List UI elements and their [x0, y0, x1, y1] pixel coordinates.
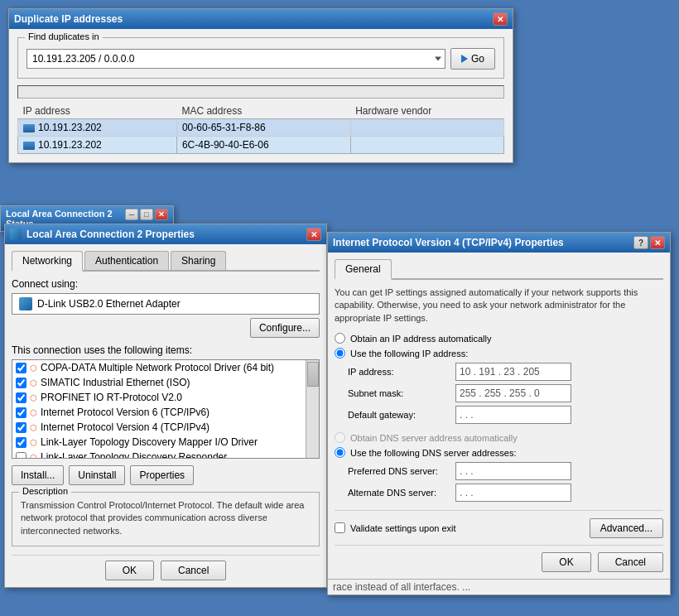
- list-item[interactable]: ⬡ Internet Protocol Version 4 (TCP/IPv4): [12, 420, 319, 435]
- validate-label: Validate settings upon exit: [350, 523, 456, 533]
- status-minimize-btn[interactable]: ─: [125, 209, 138, 220]
- validate-checkbox[interactable]: [335, 522, 345, 533]
- ipv4-title-bar: Internet Protocol Version 4 (TCP/IPv4) P…: [328, 233, 670, 253]
- item-properties-button[interactable]: Properties: [130, 465, 194, 485]
- ip-combo[interactable]: 10.191.23.205 / 0.0.0.0: [26, 49, 445, 69]
- manual-dns-radio[interactable]: [335, 447, 345, 458]
- mac-cell: 6C-4B-90-40-E6-06: [176, 137, 350, 154]
- item-label: Internet Protocol Version 4 (TCP/IPv4): [41, 421, 209, 433]
- ipv4-help-btn[interactable]: ?: [633, 236, 648, 249]
- list-item[interactable]: ⬡ Link-Layer Topology Discovery Responde…: [12, 450, 319, 459]
- item-checkbox[interactable]: [16, 422, 26, 433]
- configure-button[interactable]: Configure...: [250, 318, 320, 338]
- item-label: PROFINET IO RT-Protocol V2.0: [41, 392, 182, 403]
- uninstall-button[interactable]: Uninstall: [69, 465, 125, 485]
- list-item[interactable]: ⬡ Link-Layer Topology Discovery Mapper I…: [12, 435, 319, 450]
- item-icon: ⬡: [30, 363, 37, 373]
- auto-dns-radio-row: Obtain DNS server address automatically: [335, 432, 663, 443]
- list-item[interactable]: ⬡ Internet Protocol Version 6 (TCP/IPv6): [12, 405, 319, 420]
- tab-networking[interactable]: Networking: [12, 251, 83, 272]
- network-icon: [23, 142, 35, 150]
- ip-cell: 10.191.23.202: [18, 119, 177, 137]
- manual-ip-radio-row: Use the following IP address:: [335, 348, 663, 359]
- tab-authentication[interactable]: Authentication: [84, 251, 169, 270]
- ipv4-close-btn[interactable]: ✕: [650, 236, 665, 249]
- item-checkbox[interactable]: [16, 452, 26, 460]
- auto-dns-radio[interactable]: [335, 432, 345, 443]
- ip-cell: 10.191.23.202: [18, 137, 177, 154]
- list-item[interactable]: ⬡ PROFINET IO RT-Protocol V2.0: [12, 390, 319, 405]
- props-dialog: Local Area Connection 2 Properties ✕ Net…: [4, 224, 327, 588]
- item-checkbox[interactable]: [16, 437, 26, 448]
- find-row: 10.191.23.205 / 0.0.0.0 Go: [26, 48, 495, 70]
- adapter-name: D-Link USB2.0 Ethernet Adapter: [37, 298, 181, 310]
- ipv4-ok-button[interactable]: OK: [542, 552, 590, 572]
- auto-ip-label: Obtain an IP address automatically: [350, 334, 491, 344]
- item-checkbox[interactable]: [16, 407, 26, 418]
- item-label: Link-Layer Topology Discovery Mapper I/O…: [41, 436, 258, 448]
- item-checkbox[interactable]: [16, 392, 26, 403]
- ip-address-label: IP address:: [348, 367, 455, 377]
- ipv4-section-text: You can get IP settings assigned automat…: [335, 286, 663, 325]
- alternate-dns-value: . . .: [460, 487, 474, 498]
- ipv4-cancel-button[interactable]: Cancel: [598, 552, 663, 572]
- divider: [335, 510, 663, 511]
- ipv4-title: Internet Protocol Version 4 (TCP/IPv4) P…: [333, 237, 564, 248]
- auto-dns-label: Obtain DNS server address automatically: [350, 433, 518, 443]
- connect-using-label: Connect using:: [12, 278, 320, 290]
- list-item[interactable]: ⬡ COPA-DATA Multiple Network Protocol Dr…: [12, 360, 319, 375]
- go-button[interactable]: Go: [450, 48, 495, 70]
- alternate-dns-row: Alternate DNS server: . . .: [348, 484, 663, 502]
- tab-general[interactable]: General: [335, 259, 392, 280]
- tab-sharing[interactable]: Sharing: [171, 251, 226, 270]
- props-ok-button[interactable]: OK: [105, 561, 154, 580]
- gateway-input[interactable]: . . .: [455, 406, 571, 424]
- preferred-dns-label: Preferred DNS server:: [348, 466, 455, 476]
- action-row: Install... Uninstall Properties: [12, 465, 320, 485]
- dup-title: Duplicate IP addresses: [14, 13, 123, 25]
- list-item[interactable]: ⬡ SIMATIC Industrial Ethernet (ISO): [12, 375, 319, 390]
- alternate-dns-input[interactable]: . . .: [455, 484, 571, 502]
- dns-section: Obtain DNS server address automatically …: [335, 432, 663, 502]
- ip-address-input[interactable]: 10 . 191 . 23 . 205: [455, 363, 571, 381]
- items-scrollbar[interactable]: [306, 360, 319, 458]
- item-checkbox[interactable]: [16, 378, 26, 388]
- vendor-cell: [350, 119, 503, 137]
- item-label: Link-Layer Topology Discovery Responder: [41, 451, 227, 459]
- description-group: Description Transmission Control Protoco…: [12, 492, 320, 546]
- item-icon: ⬡: [30, 438, 37, 447]
- ip-address-value: 10 . 191 . 23 . 205: [460, 366, 540, 378]
- dup-title-bar: Duplicate IP addresses ✕: [9, 9, 513, 29]
- gateway-row: Default gateway: . . .: [348, 406, 663, 424]
- manual-ip-radio[interactable]: [335, 348, 345, 359]
- progress-bar: [17, 85, 504, 99]
- props-title-bar: Local Area Connection 2 Properties ✕: [5, 224, 326, 244]
- item-checkbox[interactable]: [16, 363, 26, 373]
- item-icon: ⬡: [30, 423, 37, 432]
- props-close-btn[interactable]: ✕: [306, 228, 321, 241]
- dup-close-btn[interactable]: ✕: [493, 12, 508, 26]
- gateway-value: . . .: [460, 409, 474, 421]
- install-button[interactable]: Install...: [12, 465, 64, 485]
- duplicate-ip-dialog: Duplicate IP addresses ✕ Find duplicates…: [8, 8, 513, 163]
- gateway-label: Default gateway:: [348, 410, 455, 420]
- auto-ip-radio[interactable]: [335, 333, 345, 344]
- table-row: 10.191.23.202 6C-4B-90-40-E6-06: [18, 137, 504, 154]
- props-cancel-button[interactable]: Cancel: [161, 561, 226, 580]
- props-title: Local Area Connection 2 Properties: [26, 229, 195, 240]
- preferred-dns-input[interactable]: . . .: [455, 462, 571, 480]
- status-maximize-btn[interactable]: □: [140, 209, 153, 220]
- item-icon: ⬡: [30, 378, 37, 387]
- subnet-mask-input[interactable]: 255 . 255 . 255 . 0: [455, 384, 571, 402]
- advanced-button[interactable]: Advanced...: [590, 518, 663, 538]
- manual-ip-label: Use the following IP address:: [350, 349, 468, 359]
- preferred-dns-row: Preferred DNS server: . . .: [348, 462, 663, 480]
- status-close-btn[interactable]: ✕: [155, 209, 168, 220]
- bottom-options-row: Validate settings upon exit Advanced...: [335, 517, 663, 538]
- find-duplicates-label: Find duplicates in: [25, 31, 103, 41]
- ipv4-bottom-actions: OK Cancel: [335, 545, 663, 572]
- items-list: ⬡ COPA-DATA Multiple Network Protocol Dr…: [12, 359, 320, 459]
- item-label: SIMATIC Industrial Ethernet (ISO): [41, 377, 190, 388]
- validate-row: Validate settings upon exit: [335, 522, 456, 533]
- ipv4-dialog: Internet Protocol Version 4 (TCP/IPv4) P…: [327, 232, 671, 595]
